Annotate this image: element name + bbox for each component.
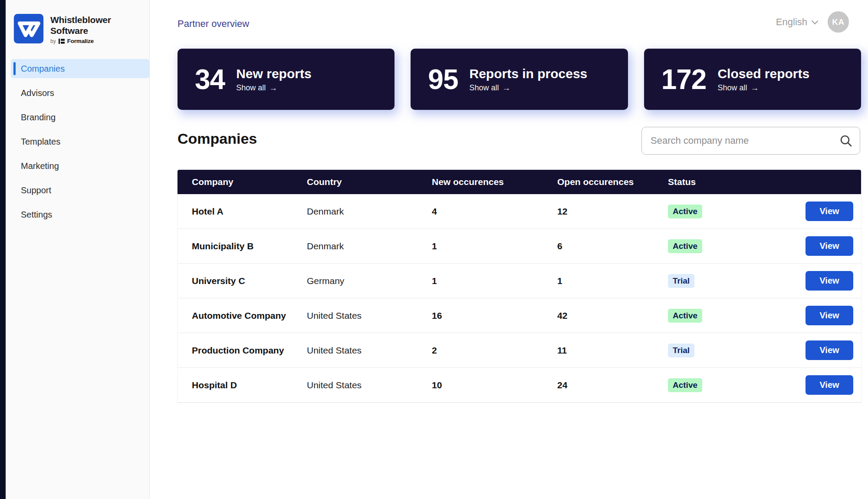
brand-name-line2: Software xyxy=(50,26,111,36)
new-occurences-value: 2 xyxy=(418,345,543,356)
table-row: Hospital D United States 10 24 Active Vi… xyxy=(178,368,861,403)
view-button[interactable]: View xyxy=(806,236,853,256)
status-badge: Active xyxy=(668,378,702,392)
companies-table: Company Country New occurences Open occu… xyxy=(178,170,861,403)
brand-by-label: by xyxy=(50,38,56,44)
formalize-brand-label: Formalize xyxy=(67,38,94,44)
company-name: Hospital D xyxy=(178,380,293,390)
brand-name-line1: Whistleblower xyxy=(50,15,111,26)
open-occurences-value: 42 xyxy=(543,311,654,321)
company-name: University C xyxy=(178,276,293,286)
company-country: United States xyxy=(293,311,418,321)
breadcrumb[interactable]: Partner overview xyxy=(178,18,249,30)
table-row: University C Germany 1 1 Trial View xyxy=(178,264,861,298)
stat-card-reports-in-process: 95 Reports in process Show all → xyxy=(411,49,628,110)
search-input[interactable] xyxy=(641,127,860,155)
column-header-country: Country xyxy=(293,177,418,187)
company-country: United States xyxy=(293,345,418,356)
sidebar-item-settings[interactable]: Settings xyxy=(6,205,149,224)
open-occurences-value: 6 xyxy=(543,241,654,251)
arrow-right-icon: → xyxy=(750,84,759,92)
sidebar-item-branding[interactable]: Branding xyxy=(6,108,149,127)
show-all-label: Show all xyxy=(236,83,266,93)
stat-card-new-reports: 34 New reports Show all → xyxy=(178,49,395,110)
status-badge: Active xyxy=(668,309,702,323)
show-all-link[interactable]: Show all → xyxy=(236,83,311,93)
new-occurences-value: 4 xyxy=(418,206,543,217)
brand: Whistleblower Software by Formalize xyxy=(6,0,149,44)
search-icon[interactable] xyxy=(839,134,852,147)
sidebar-item-templates[interactable]: Templates xyxy=(6,132,149,151)
page-title: Companies xyxy=(178,130,257,147)
formalize-logo-icon xyxy=(59,39,65,44)
arrow-right-icon: → xyxy=(269,84,277,92)
open-occurences-value: 1 xyxy=(543,276,654,286)
stat-card-closed-reports: 172 Closed reports Show all → xyxy=(644,49,861,110)
open-occurences-value: 12 xyxy=(543,206,654,217)
view-button[interactable]: View xyxy=(806,340,853,360)
company-name: Automotive Company xyxy=(178,311,293,321)
table-row: Production Company United States 2 11 Tr… xyxy=(178,333,861,368)
table-row: Automotive Company United States 16 42 A… xyxy=(178,298,861,333)
sidebar: Whistleblower Software by Formalize Comp… xyxy=(6,0,150,499)
company-name: Municipality B xyxy=(178,241,293,251)
column-header-status: Status xyxy=(654,177,806,187)
column-header-open-occurences: Open occurences xyxy=(543,177,654,187)
stat-title: Closed reports xyxy=(717,66,809,81)
stat-title: New reports xyxy=(236,66,311,81)
stat-value: 172 xyxy=(661,63,707,96)
status-badge: Active xyxy=(668,205,702,218)
stat-value: 95 xyxy=(428,63,458,96)
topbar-right: English KA xyxy=(776,11,849,33)
company-country: United States xyxy=(293,380,418,390)
stat-title: Reports in process xyxy=(470,66,588,81)
sidebar-item-advisors[interactable]: Advisors xyxy=(6,83,149,102)
show-all-link[interactable]: Show all → xyxy=(470,83,588,93)
view-button[interactable]: View xyxy=(806,306,853,325)
search-box xyxy=(641,127,860,155)
chevron-down-icon xyxy=(812,18,819,25)
left-edge-strip xyxy=(0,0,6,499)
column-header-company: Company xyxy=(178,177,293,187)
show-all-label: Show all xyxy=(717,83,747,93)
show-all-label: Show all xyxy=(470,83,499,93)
new-occurences-value: 10 xyxy=(418,380,543,390)
stat-value: 34 xyxy=(195,63,225,96)
new-occurences-value: 1 xyxy=(418,241,543,251)
status-badge: Active xyxy=(668,239,702,253)
show-all-link[interactable]: Show all → xyxy=(717,83,809,93)
sidebar-nav: Companies Advisors Branding Templates Ma… xyxy=(6,59,149,229)
avatar[interactable]: KA xyxy=(828,11,849,33)
table-row: Municipality B Denmark 1 6 Active View xyxy=(178,229,861,264)
main-content: Partner overview English KA 34 New repor… xyxy=(150,0,868,499)
status-badge: Trial xyxy=(668,274,694,288)
status-badge: Trial xyxy=(668,344,694,357)
new-occurences-value: 1 xyxy=(418,276,543,286)
whistleblower-logo-icon xyxy=(13,13,44,44)
table-row: Hotel A Denmark 4 12 Active View xyxy=(178,194,861,229)
view-button[interactable]: View xyxy=(806,375,853,395)
arrow-right-icon: → xyxy=(503,84,511,92)
language-selector[interactable]: English xyxy=(776,17,816,28)
open-occurences-value: 24 xyxy=(543,380,654,390)
new-occurences-value: 16 xyxy=(418,311,543,321)
view-button[interactable]: View xyxy=(806,202,853,221)
view-button[interactable]: View xyxy=(806,271,853,291)
language-label: English xyxy=(776,17,807,28)
brand-text: Whistleblower Software by Formalize xyxy=(50,13,111,44)
table-header: Company Country New occurences Open occu… xyxy=(178,170,861,194)
company-name: Hotel A xyxy=(178,206,293,217)
stat-cards-row: 34 New reports Show all → 95 Reports in … xyxy=(178,49,861,110)
sidebar-item-marketing[interactable]: Marketing xyxy=(6,156,149,175)
company-country: Germany xyxy=(293,276,418,286)
company-country: Denmark xyxy=(293,241,418,251)
company-country: Denmark xyxy=(293,206,418,217)
sidebar-item-support[interactable]: Support xyxy=(6,181,149,200)
sidebar-item-companies[interactable]: Companies xyxy=(11,59,149,78)
company-name: Production Company xyxy=(178,345,293,356)
column-header-new-occurences: New occurences xyxy=(418,177,543,187)
open-occurences-value: 11 xyxy=(543,345,654,356)
